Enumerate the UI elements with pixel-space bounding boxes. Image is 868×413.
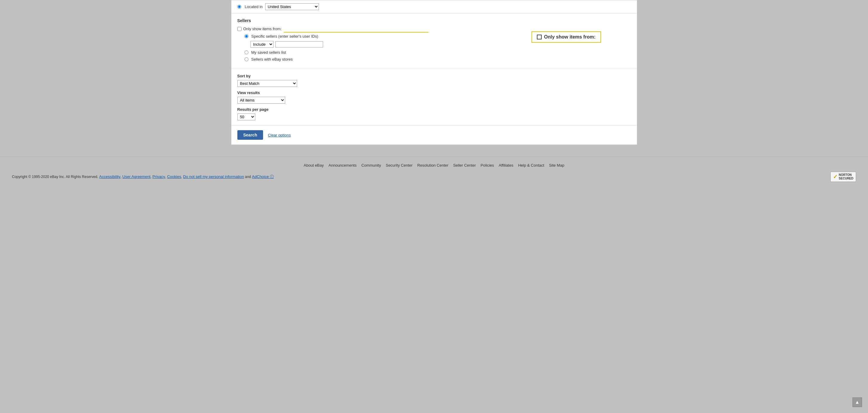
footer-link-about[interactable]: About eBay <box>304 163 324 167</box>
footer-link-seller[interactable]: Seller Center <box>453 163 476 167</box>
located-in-label: Located in <box>245 4 263 9</box>
sort-section: Sort by Best Match Price: Lowest First P… <box>231 69 637 125</box>
include-select[interactable]: Include Exclude <box>250 41 274 48</box>
norton-badge: ✓ NORTON SECURED <box>830 172 856 182</box>
seller-id-input[interactable] <box>275 41 323 47</box>
tooltip-callout: Only show items from: <box>531 31 601 43</box>
footer-links: About eBay Announcements Community Secur… <box>0 163 868 167</box>
tooltip-text: Only show items from: <box>544 34 595 40</box>
footer-link-help[interactable]: Help & Contact <box>518 163 544 167</box>
privacy-link[interactable]: Privacy <box>152 174 165 179</box>
and-text: and <box>245 175 251 179</box>
ebay-stores-radio[interactable] <box>245 57 248 61</box>
footer-link-sitemap[interactable]: Site Map <box>549 163 564 167</box>
ebay-stores-row: Sellers with eBay stores <box>245 57 631 62</box>
footer-link-security[interactable]: Security Center <box>386 163 413 167</box>
sellers-title: Sellers <box>237 18 631 23</box>
my-saved-radio[interactable] <box>245 51 248 54</box>
footer-bottom: Copyright © 1995-2020 eBay Inc. All Righ… <box>0 172 868 182</box>
results-per-page-select[interactable]: 25 50 100 200 <box>237 114 255 120</box>
sort-by-select[interactable]: Best Match Price: Lowest First Price: Hi… <box>237 80 297 87</box>
search-button-section: Search Clear options <box>231 125 637 145</box>
specific-sellers-radio[interactable] <box>245 34 248 38</box>
do-not-sell-link[interactable]: Do not sell my personal information <box>183 174 244 179</box>
footer-link-affiliates[interactable]: Affiliates <box>499 163 513 167</box>
sellers-section: Sellers Only show items from: Only show … <box>231 13 637 69</box>
my-saved-row: My saved sellers list <box>245 50 631 55</box>
clear-options-link[interactable]: Clear options <box>268 133 291 137</box>
located-in-select[interactable]: United States Canada United Kingdom Aust… <box>265 3 319 10</box>
adchoice-link[interactable]: AdChoice ⓘ <box>252 174 274 179</box>
cookies-link[interactable]: Cookies <box>167 174 181 179</box>
only-show-row: Only show items from: <box>237 27 631 31</box>
view-results-label: View results <box>237 91 631 95</box>
norton-line2: SECURED <box>839 177 854 180</box>
located-in-row: Located in United States Canada United K… <box>231 0 637 13</box>
my-saved-label: My saved sellers list <box>251 50 286 55</box>
located-in-radio[interactable] <box>237 5 241 9</box>
sort-by-label: Sort by <box>237 74 631 78</box>
view-results-select[interactable]: All items Completed listings Sold listin… <box>237 97 285 104</box>
only-show-label: Only show items from: <box>243 27 282 31</box>
footer-link-policies[interactable]: Policies <box>481 163 494 167</box>
accessibility-link[interactable]: Accessibility <box>99 174 120 179</box>
norton-text: NORTON SECURED <box>839 173 854 180</box>
specific-sellers-label: Specific sellers (enter seller's user ID… <box>251 34 318 38</box>
tooltip-checkbox-demo <box>537 35 541 39</box>
footer-link-resolution[interactable]: Resolution Center <box>417 163 448 167</box>
copyright-text: Copyright © 1995-2020 eBay Inc. All Righ… <box>12 175 98 179</box>
footer: About eBay Announcements Community Secur… <box>0 157 868 188</box>
ebay-stores-label: Sellers with eBay stores <box>251 57 293 62</box>
only-show-checkbox[interactable] <box>237 27 242 31</box>
norton-line1: NORTON <box>839 173 854 177</box>
footer-link-announcements[interactable]: Announcements <box>329 163 356 167</box>
norton-checkmark-icon: ✓ <box>833 173 838 180</box>
user-agreement-link[interactable]: User Agreement <box>122 174 151 179</box>
search-button[interactable]: Search <box>237 130 264 140</box>
footer-copyright: Copyright © 1995-2020 eBay Inc. All Righ… <box>12 174 274 180</box>
results-per-page-label: Results per page <box>237 107 631 112</box>
search-form: Located in United States Canada United K… <box>231 0 637 145</box>
footer-link-community[interactable]: Community <box>361 163 381 167</box>
